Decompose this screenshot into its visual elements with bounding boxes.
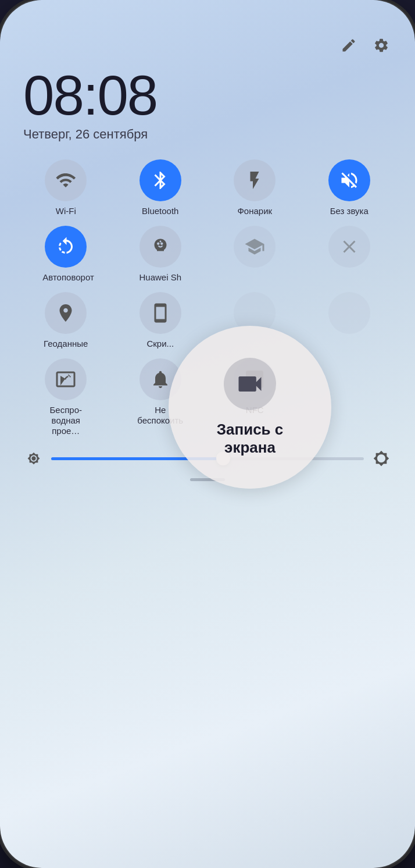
tile-r2c3[interactable]: [212, 226, 298, 283]
tile-wifi[interactable]: Wi-Fi: [23, 159, 109, 216]
r2c3-icon-bg: [234, 226, 276, 268]
huawei-share-icon: [150, 236, 171, 257]
wireless-proj-icon: [55, 369, 76, 390]
edit-button[interactable]: [338, 35, 359, 56]
tiles-row2: Автоповорот Huawei Sh: [23, 226, 392, 283]
tile-r3c4[interactable]: [307, 292, 392, 349]
silent-icon-bg: [328, 159, 370, 201]
r2c3-icon: [244, 236, 265, 257]
time-section: 08:08 Четверг, 26 сентября: [23, 67, 392, 142]
wireless-proj-icon-bg: [45, 358, 87, 400]
tile-huawei-share[interactable]: Huawei Sh: [118, 226, 203, 283]
autorotate-icon: [55, 236, 76, 257]
bluetooth-label: Bluetooth: [142, 206, 178, 216]
time-display: 08:08: [23, 67, 392, 123]
brightness-high-icon: [373, 450, 389, 467]
wifi-label: Wi-Fi: [56, 206, 76, 216]
r3c4-icon-bg: [328, 292, 370, 334]
brightness-low-icon: [26, 450, 42, 467]
tile-bluetooth[interactable]: Bluetooth: [118, 159, 203, 216]
autorotate-icon-bg: [45, 226, 87, 268]
settings-button[interactable]: [371, 35, 392, 56]
wireless-proj-label: Беспро-водная прое…: [42, 405, 89, 436]
autorotate-label: Автоповорот: [42, 272, 89, 283]
r4c4-placeholder: [328, 358, 370, 400]
tile-screenshot[interactable]: Скри...: [118, 292, 203, 349]
flashlight-label: Фонарик: [237, 206, 272, 216]
bottom-handle: [23, 478, 392, 481]
top-toolbar: [23, 35, 392, 56]
screen-record-label: Запись сэкрана: [217, 421, 284, 457]
wifi-icon: [55, 170, 76, 191]
tile-r2c4[interactable]: [307, 226, 392, 283]
silent-icon: [339, 170, 360, 191]
bluetooth-icon: [150, 170, 171, 191]
flashlight-icon-bg: [234, 159, 276, 201]
r2c4-icon: [339, 236, 360, 257]
silent-label: Без звука: [330, 206, 369, 216]
tile-geodata[interactable]: Геоданные: [23, 292, 109, 349]
screen-record-icon: [224, 358, 276, 410]
tile-wireless-proj[interactable]: Беспро-водная прое…: [23, 358, 109, 436]
tiles-row1: Wi-Fi Bluetooth Фонарик: [23, 159, 392, 216]
tile-flashlight[interactable]: Фонарик: [212, 159, 298, 216]
date-display: Четверг, 26 сентября: [23, 127, 392, 142]
tile-autorotate[interactable]: Автоповорот: [23, 226, 109, 283]
video-camera-icon: [235, 369, 265, 399]
screen: 08:08 Четверг, 26 сентября Wi-Fi: [0, 0, 415, 868]
bluetooth-icon-bg: [139, 159, 181, 201]
phone-frame: 08:08 Четверг, 26 сентября Wi-Fi: [0, 0, 415, 868]
geodata-icon: [55, 303, 76, 323]
r2c4-icon-bg: [328, 226, 370, 268]
flashlight-icon: [244, 170, 265, 191]
screenshot-icon: [150, 303, 171, 323]
notification-panel: 08:08 Четверг, 26 сентября Wi-Fi: [0, 0, 415, 868]
geodata-label: Геоданные: [44, 339, 88, 349]
screenshot-label: Скри...: [146, 339, 174, 349]
huawei-share-label: Huawei Sh: [139, 272, 181, 283]
tile-silent[interactable]: Без звука: [307, 159, 392, 216]
huawei-share-icon-bg: [139, 226, 181, 268]
screen-record-popup[interactable]: Запись сэкрана: [169, 326, 331, 489]
wifi-icon-bg: [45, 159, 87, 201]
screenshot-icon-bg: [139, 292, 181, 334]
geodata-icon-bg: [45, 292, 87, 334]
dnd-icon: [150, 369, 171, 390]
